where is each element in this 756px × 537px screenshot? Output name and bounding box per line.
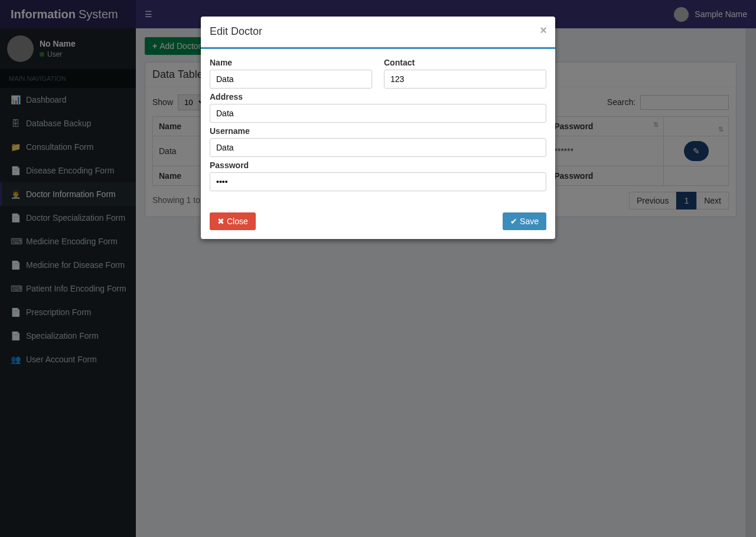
label-password: Password: [210, 161, 546, 170]
input-address[interactable]: [210, 104, 546, 123]
modal-footer: Close Save: [201, 204, 555, 239]
modal-body: Name Contact Address Username Password: [201, 49, 555, 204]
input-password[interactable]: [210, 172, 546, 191]
input-contact[interactable]: [384, 70, 546, 89]
check-icon: [510, 217, 517, 226]
edit-doctor-modal: Edit Doctor × Name Contact Address Usern…: [201, 17, 555, 239]
close-button[interactable]: Close: [210, 212, 256, 230]
label-contact: Contact: [384, 58, 546, 67]
label-username: Username: [210, 126, 546, 136]
input-name[interactable]: [210, 70, 372, 89]
input-username[interactable]: [210, 138, 546, 157]
close-x-icon: [217, 217, 224, 226]
modal-header: Edit Doctor ×: [201, 17, 555, 47]
save-label: Save: [520, 217, 539, 226]
save-button[interactable]: Save: [503, 212, 546, 230]
modal-title: Edit Doctor: [210, 25, 262, 37]
label-name: Name: [210, 58, 372, 67]
close-icon[interactable]: ×: [540, 24, 547, 37]
close-label: Close: [227, 217, 248, 226]
label-address: Address: [210, 92, 546, 101]
